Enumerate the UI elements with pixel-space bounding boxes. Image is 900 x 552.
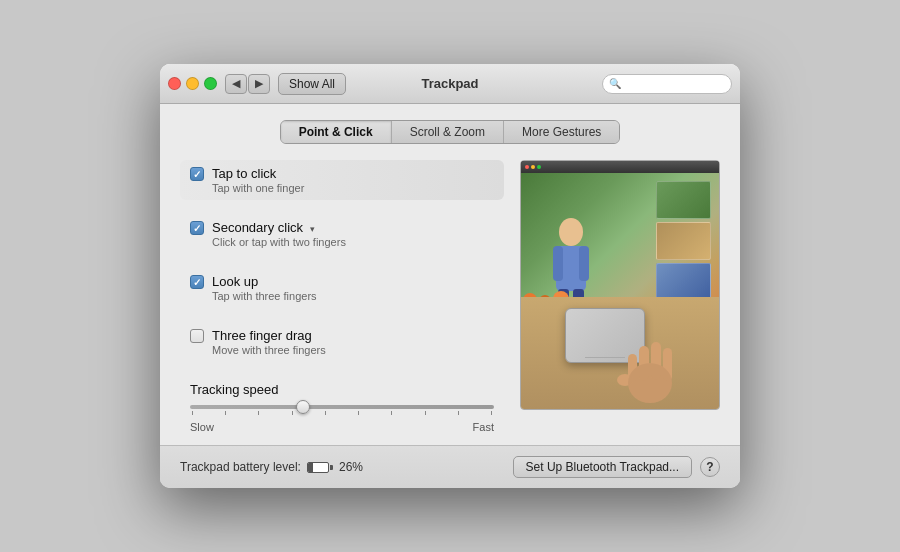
option-look-up: Look up Tap with three fingers xyxy=(180,268,504,308)
screen-bar xyxy=(521,161,719,173)
trackpad-area xyxy=(521,297,719,409)
svg-rect-5 xyxy=(573,289,584,297)
search-icon: 🔍 xyxy=(609,78,621,89)
slider-track xyxy=(190,405,494,409)
back-button[interactable]: ◀ xyxy=(225,74,247,94)
maximize-button[interactable] xyxy=(204,77,217,90)
option-tap-to-click-label: Tap to click xyxy=(212,166,304,181)
traffic-lights xyxy=(168,77,217,90)
options-panel: Tap to click Tap with one finger Seconda… xyxy=(180,160,504,433)
laptop-screen xyxy=(521,161,719,297)
screen-content xyxy=(521,173,719,297)
option-secondary-click-text: Secondary click ▾ Click or tap with two … xyxy=(212,220,346,248)
bottom-right: Set Up Bluetooth Trackpad... ? xyxy=(513,456,720,478)
trackpad-with-hand xyxy=(565,308,675,398)
forward-button[interactable]: ▶ xyxy=(248,74,270,94)
svg-rect-3 xyxy=(579,246,589,281)
secondary-click-dropdown-arrow[interactable]: ▾ xyxy=(310,224,315,234)
main-window: ◀ ▶ Show All Trackpad 🔍 Point & Click Sc… xyxy=(160,64,740,488)
show-all-button[interactable]: Show All xyxy=(278,73,346,95)
screen-dot-1 xyxy=(525,165,529,169)
checkbox-three-finger-drag[interactable] xyxy=(190,329,204,343)
battery-tip xyxy=(330,465,333,470)
help-button[interactable]: ? xyxy=(700,457,720,477)
window-title: Trackpad xyxy=(421,76,478,91)
tab-bar: Point & Click Scroll & Zoom More Gesture… xyxy=(180,120,720,144)
battery-icon xyxy=(307,462,333,473)
checkbox-look-up[interactable] xyxy=(190,275,204,289)
preview-image xyxy=(520,160,720,410)
battery-label: Trackpad battery level: xyxy=(180,460,301,474)
screen-dot-2 xyxy=(531,165,535,169)
setup-bluetooth-button[interactable]: Set Up Bluetooth Trackpad... xyxy=(513,456,692,478)
person-figure xyxy=(541,214,601,297)
option-tap-to-click-desc: Tap with one finger xyxy=(212,182,304,194)
tracking-slider-container xyxy=(190,405,494,415)
search-box[interactable]: 🔍 xyxy=(602,74,732,94)
option-secondary-click-label: Secondary click ▾ xyxy=(212,220,346,235)
fast-label: Fast xyxy=(473,421,494,433)
tab-more-gestures[interactable]: More Gestures xyxy=(504,121,619,143)
tracking-section: Tracking speed xyxy=(180,382,504,433)
slider-ticks xyxy=(190,411,494,415)
option-look-up-desc: Tap with three fingers xyxy=(212,290,317,302)
option-three-finger-drag-desc: Move with three fingers xyxy=(212,344,326,356)
speed-labels: Slow Fast xyxy=(190,421,494,433)
option-secondary-click-desc: Click or tap with two fingers xyxy=(212,236,346,248)
option-three-finger-drag-text: Three finger drag Move with three finger… xyxy=(212,328,326,356)
titlebar: ◀ ▶ Show All Trackpad 🔍 xyxy=(160,64,740,104)
option-look-up-text: Look up Tap with three fingers xyxy=(212,274,317,302)
checkbox-tap-to-click[interactable] xyxy=(190,167,204,181)
option-secondary-click: Secondary click ▾ Click or tap with two … xyxy=(180,214,504,254)
option-tap-to-click-text: Tap to click Tap with one finger xyxy=(212,166,304,194)
svg-point-12 xyxy=(628,363,672,403)
preview-panel xyxy=(520,160,720,433)
minimize-button[interactable] xyxy=(186,77,199,90)
close-button[interactable] xyxy=(168,77,181,90)
nav-buttons: ◀ ▶ xyxy=(225,74,270,94)
search-input[interactable] xyxy=(625,77,725,91)
tab-point-click[interactable]: Point & Click xyxy=(281,121,392,143)
option-look-up-label: Look up xyxy=(212,274,317,289)
slow-label: Slow xyxy=(190,421,214,433)
battery-info: Trackpad battery level: 26% xyxy=(180,460,363,474)
battery-body xyxy=(307,462,329,473)
thumbnails xyxy=(656,181,711,297)
tracking-speed-label: Tracking speed xyxy=(190,382,494,397)
option-three-finger-drag: Three finger drag Move with three finger… xyxy=(180,322,504,362)
battery-fill xyxy=(308,463,313,472)
checkbox-secondary-click[interactable] xyxy=(190,221,204,235)
svg-rect-2 xyxy=(553,246,563,281)
main-area: Tap to click Tap with one finger Seconda… xyxy=(180,160,720,433)
hand-icon xyxy=(615,328,685,408)
tab-scroll-zoom[interactable]: Scroll & Zoom xyxy=(392,121,504,143)
tab-group: Point & Click Scroll & Zoom More Gesture… xyxy=(280,120,621,144)
option-tap-to-click: Tap to click Tap with one finger xyxy=(180,160,504,200)
bottom-bar: Trackpad battery level: 26% Set Up Bluet… xyxy=(160,445,740,488)
svg-point-0 xyxy=(559,218,583,246)
screen-dot-3 xyxy=(537,165,541,169)
option-three-finger-drag-label: Three finger drag xyxy=(212,328,326,343)
battery-percent: 26% xyxy=(339,460,363,474)
content-area: Point & Click Scroll & Zoom More Gesture… xyxy=(160,104,740,445)
